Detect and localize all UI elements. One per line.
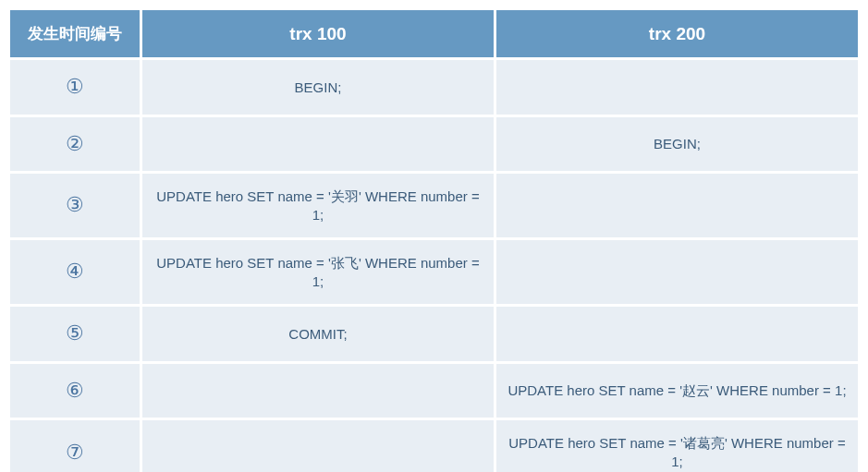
table-row: ④ UPDATE hero SET name = '张飞' WHERE numb… (10, 240, 858, 304)
row-index: ⑤ (10, 307, 140, 361)
cell-trx100: UPDATE hero SET name = '张飞' WHERE number… (142, 240, 494, 304)
cell-trx200 (496, 60, 858, 115)
cell-trx100 (142, 117, 494, 172)
cell-trx100: BEGIN; (142, 60, 494, 115)
header-trx100: trx 100 (142, 10, 494, 57)
cell-trx200: UPDATE hero SET name = '诸葛亮' WHERE numbe… (496, 420, 858, 472)
cell-trx200 (496, 174, 858, 237)
table-row: ③ UPDATE hero SET name = '关羽' WHERE numb… (10, 174, 858, 237)
header-trx200: trx 200 (496, 10, 858, 57)
header-time: 发生时间编号 (10, 10, 140, 57)
row-index: ① (10, 60, 140, 115)
row-index: ⑥ (10, 364, 140, 418)
row-index: ④ (10, 240, 140, 304)
cell-trx200: BEGIN; (496, 117, 858, 172)
cell-trx100: UPDATE hero SET name = '关羽' WHERE number… (142, 174, 494, 237)
cell-trx100: COMMIT; (142, 307, 494, 361)
table-row: ⑤ COMMIT; (10, 307, 858, 361)
table-row: ⑥ UPDATE hero SET name = '赵云' WHERE numb… (10, 364, 858, 418)
row-index: ③ (10, 174, 140, 237)
table-row: ⑦ UPDATE hero SET name = '诸葛亮' WHERE num… (10, 420, 858, 472)
cell-trx100 (142, 420, 494, 472)
row-index: ⑦ (10, 420, 140, 472)
row-index: ② (10, 117, 140, 172)
cell-trx200: UPDATE hero SET name = '赵云' WHERE number… (496, 364, 858, 418)
table-row: ① BEGIN; (10, 60, 858, 115)
cell-trx100 (142, 364, 494, 418)
cell-trx200 (496, 240, 858, 304)
table-row: ② BEGIN; (10, 117, 858, 172)
transaction-timeline-table: 发生时间编号 trx 100 trx 200 ① BEGIN; ② BEGIN;… (7, 7, 861, 472)
cell-trx200 (496, 307, 858, 361)
